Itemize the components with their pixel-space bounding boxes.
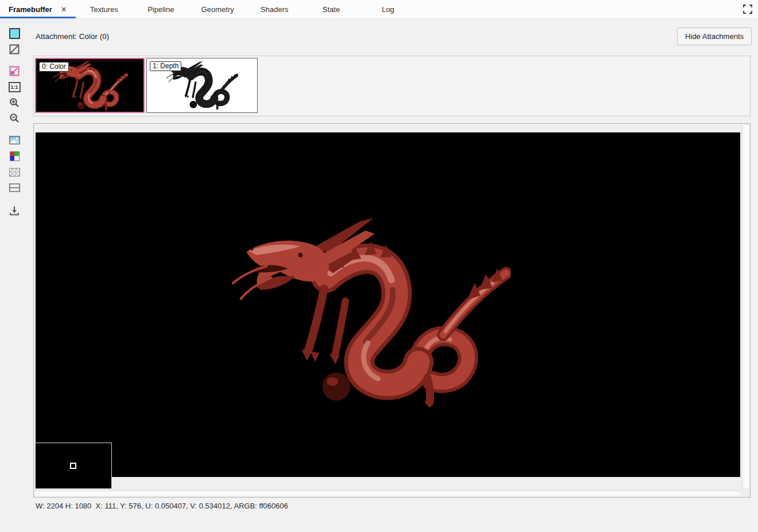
horizontal-scrollbar[interactable]: [34, 490, 741, 497]
minimap-overlay[interactable]: [35, 443, 112, 489]
framebuffer-viewport: [33, 123, 751, 498]
color-attachment-icon[interactable]: [8, 27, 21, 40]
vertical-scrollbar[interactable]: [741, 124, 750, 490]
flip-vertical-glyph: [9, 183, 20, 192]
tab-pipeline[interactable]: Pipeline: [133, 0, 189, 18]
tab-geometry-label: Geometry: [201, 5, 234, 14]
tab-log-label: Log: [382, 5, 394, 14]
zoom-actual-size-glyph: 1:1: [9, 82, 21, 92]
framebuffer-image[interactable]: [36, 132, 740, 477]
tab-geometry[interactable]: Geometry: [189, 0, 246, 18]
color-attachment-glyph: [9, 28, 20, 39]
fullscreen-icon-glyph: [743, 5, 752, 14]
tab-bar-spacer: [417, 0, 737, 18]
wireframe-overlay-icon[interactable]: [8, 43, 21, 56]
dragon-render: [230, 217, 511, 408]
zoom-out-glyph: [9, 113, 20, 123]
tab-state-label: State: [322, 5, 340, 14]
color-channels-glyph: [10, 151, 20, 161]
attachment-thumb-depth[interactable]: 1: Depth: [146, 58, 258, 113]
attachment-label: Attachment: Color (0): [36, 32, 109, 41]
tab-shaders[interactable]: Shaders: [246, 0, 303, 18]
flip-vertical-icon[interactable]: [8, 181, 21, 194]
left-toolbar: 1:1: [0, 19, 29, 532]
status-bar: W: 2204 H: 1080 X: 111, Y: 576, U: 0.050…: [36, 502, 288, 510]
horizontal-scrollbar-thumb[interactable]: [34, 491, 739, 496]
attachments-strip: 0: Color 1: Depth: [33, 56, 751, 116]
pixel-readout: W: 2204 H: 1080 X: 111, Y: 576, U: 0.050…: [36, 502, 288, 510]
checkerboard-background-icon[interactable]: [8, 166, 21, 178]
scrollbar-corner: [741, 490, 750, 497]
attachment-tag-color: 0: Color: [39, 62, 69, 72]
image-background-glyph: [9, 136, 20, 144]
zoom-out-icon[interactable]: [8, 112, 21, 124]
zoom-in-icon[interactable]: [8, 96, 21, 109]
image-background-icon[interactable]: [8, 134, 21, 146]
color-channels-icon[interactable]: [8, 150, 21, 162]
app-window: Framebuffer ✕ Textures Pipeline Geometry…: [0, 0, 758, 532]
zoom-actual-size-icon[interactable]: 1:1: [8, 81, 21, 93]
tab-shaders-label: Shaders: [261, 5, 288, 14]
zoom-to-fit-glyph: [9, 66, 20, 76]
fullscreen-icon[interactable]: [737, 0, 758, 18]
hide-attachments-button[interactable]: Hide Attachments: [677, 28, 752, 45]
attachment-thumb-color[interactable]: 0: Color: [35, 58, 145, 113]
attachment-tag-depth: 1: Depth: [150, 61, 181, 71]
tab-log[interactable]: Log: [360, 0, 417, 18]
tab-pipeline-label: Pipeline: [147, 5, 174, 14]
tab-textures[interactable]: Textures: [76, 0, 133, 18]
tab-bar: Framebuffer ✕ Textures Pipeline Geometry…: [0, 0, 758, 19]
minimap-viewport-indicator: [70, 463, 76, 469]
zoom-in-glyph: [9, 97, 20, 108]
zoom-to-fit-icon[interactable]: [8, 65, 21, 77]
save-image-icon[interactable]: [8, 204, 21, 217]
tab-framebuffer-label: Framebuffer: [9, 5, 52, 14]
tab-framebuffer[interactable]: Framebuffer ✕: [0, 0, 76, 18]
wireframe-glyph: [9, 44, 20, 54]
tab-textures-label: Textures: [90, 5, 118, 14]
tab-state[interactable]: State: [303, 0, 360, 18]
checkerboard-glyph: [9, 168, 20, 177]
save-image-glyph: [9, 206, 20, 216]
vertical-scrollbar-thumb[interactable]: [743, 124, 749, 489]
close-tab-icon[interactable]: ✕: [61, 5, 67, 14]
